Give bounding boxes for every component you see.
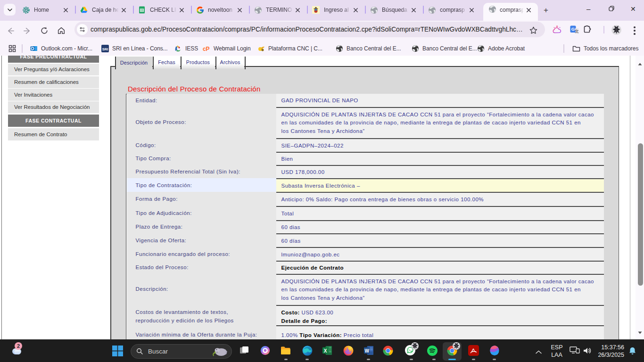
svg-text:SRI: SRI (102, 47, 108, 51)
svg-text:文: 文 (575, 29, 579, 33)
svg-text:X: X (324, 348, 327, 354)
svg-text:W: W (364, 348, 369, 354)
svg-text:G: G (571, 26, 575, 32)
svg-text:cP: cP (203, 46, 210, 52)
